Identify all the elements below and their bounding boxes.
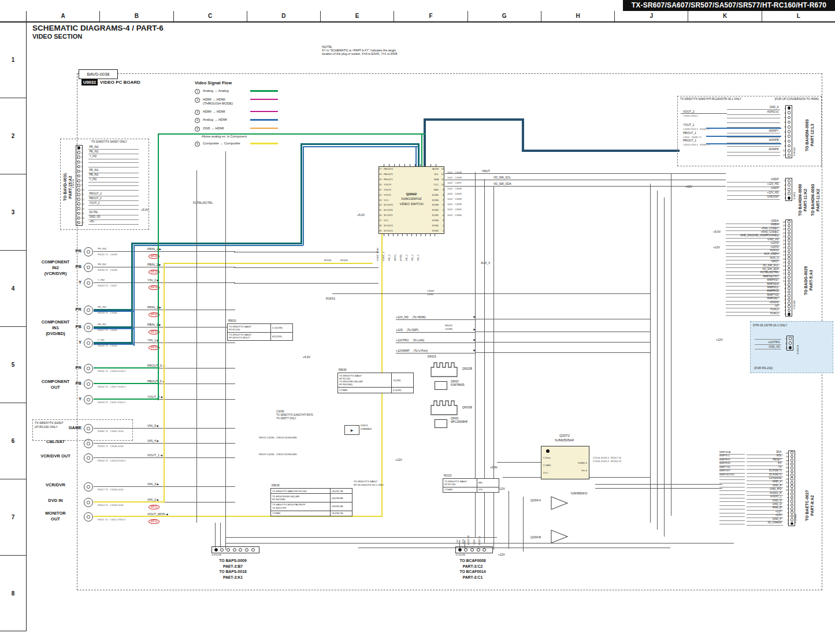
ic-pin: MUTE13 <box>422 167 444 172</box>
legend-note: Above analog ex. is Component <box>202 135 305 138</box>
connector-destination: TO BAETC-0027 PART-8:A2 <box>804 472 815 539</box>
table-row: TX-SR607/TX-SA607 HT-RC160 2.2(1/2W) <box>228 324 292 333</box>
table-row: TX-SR607/TX-SA607 HT-RC160 880 <box>443 479 499 487</box>
pin-number: 12 <box>81 198 87 201</box>
pin-circle <box>789 507 795 511</box>
rca-jack-icon <box>84 263 93 272</box>
wire <box>476 342 650 343</box>
pin-circle <box>786 254 792 257</box>
composite-route <box>164 263 165 502</box>
pin-circle <box>76 165 81 169</box>
row-number: 4 <box>0 250 26 326</box>
ic-pin: SCL12 <box>422 172 444 177</box>
p2080a-connector: MMPSDA SDA 20 MMPSCL SCL 19 MMPRST RESET… <box>719 451 795 526</box>
pin-number: 3 <box>780 116 786 119</box>
pin-circle <box>789 451 795 455</box>
legend-num: 2 <box>195 98 200 103</box>
floating-label: +12V <box>713 245 720 250</box>
variant-table-r9030: R9030 TX-SR607/TX-SA607 HT-RC160 TX-SR50… <box>337 373 414 393</box>
wire <box>358 548 670 548</box>
pin-circle <box>786 298 792 301</box>
rca-jack-row: Y Y_IN2 R3029 75 · C3047 YIN_2 ▶ WF24 <box>61 274 235 292</box>
pin-circle <box>76 179 81 183</box>
pin-circle <box>786 220 792 224</box>
pin-circle <box>789 489 795 492</box>
pin-number: 10 <box>783 489 789 492</box>
pin-number: 3 <box>780 306 786 308</box>
row-number: 3 <box>0 174 26 250</box>
hdmi-purpose-note: (FOR UP-CONVERSION TO HDMI) <box>774 98 819 100</box>
pin-number: 22 <box>780 235 786 238</box>
pin-number: 1 <box>81 147 87 150</box>
legend-label: OSD → HDMI <box>203 126 250 131</box>
pin-number: 13 <box>780 269 786 271</box>
rca-jack-icon <box>84 323 93 332</box>
pin-circle <box>788 341 793 345</box>
model-title-bar: TX-SR607/SA607/SR507/SA507/SR577/HT-RC16… <box>623 0 835 11</box>
pin-row: PROUT_2 11 <box>76 192 139 197</box>
wire <box>234 252 378 252</box>
pin-name: +12VTRG <box>755 341 781 345</box>
jack-inner-signal: PR_IN2 <box>98 247 106 250</box>
pin-circle <box>788 346 793 349</box>
connector-ref: JL5502B <box>455 553 465 556</box>
pin-name <box>727 154 780 156</box>
table-row: TX-SR607/TX-SA607/HT-RC160 UDZS7.5B <box>271 489 352 494</box>
pin-number: 13 <box>81 203 87 206</box>
hdmi-signal: PBOUT_1 <box>683 131 696 135</box>
pin-number: 18 <box>783 459 789 462</box>
rca-jack-icon <box>84 379 93 389</box>
pin-circle <box>786 312 792 316</box>
pin-row: 5 <box>727 125 792 129</box>
jack-inner-signal: PB_IN1 <box>98 323 106 326</box>
jack-signal-label: PRIN_1 ▶ <box>147 306 161 309</box>
legend-item: 1 Analog → Analog <box>195 89 305 94</box>
rca-jack-icon <box>84 453 93 463</box>
floating-label: VMUT <box>482 169 490 173</box>
table-value: 15(2W) <box>392 373 413 387</box>
jack-part-refs: R3031 75 · C3049 <box>98 253 117 256</box>
pin-row: ADINCV2 2 <box>727 110 792 115</box>
ic-pin: VCC10 <box>422 183 444 188</box>
pin-circle <box>786 283 792 286</box>
pin-circle <box>786 294 792 297</box>
wire <box>509 491 509 549</box>
pin-name: Y_IN1 <box>88 178 139 183</box>
table-value: 2.2(1/2W) <box>271 324 292 332</box>
pin-circle <box>789 518 795 522</box>
pin-circle <box>786 305 792 308</box>
pin-circle <box>786 232 792 235</box>
jack-part-refs: R3011 75 · C3021 470/6.3 <box>98 518 125 521</box>
pin-row: Y_IN2 3 <box>76 155 139 159</box>
pin-row: Y_IN1 8 <box>76 178 139 183</box>
pin-circle <box>786 140 792 143</box>
pin-number: 3 <box>783 515 789 518</box>
power-rail-row: +12VMMP (To U-Port) ▶ <box>396 349 476 353</box>
capacitor-ref: 105Z · C3099 <box>447 171 462 176</box>
jack-signal-label: VIN_4 ▶ <box>147 439 159 442</box>
pin-left-name <box>719 523 745 524</box>
pin-name: PB_IN2 <box>88 151 139 155</box>
pin-number: 5 <box>780 179 786 182</box>
pin-circle <box>789 522 795 526</box>
table-row: TX-SR607/TX-SA607 HT-RC160 TX-SR507MO,MQ… <box>338 373 413 388</box>
connector-ref: P2001B <box>793 292 796 309</box>
capacitor-ref: 105Z · C3095 <box>447 192 462 198</box>
signal-label: MULT_R <box>467 523 470 545</box>
pin-number: 16 <box>780 258 786 260</box>
pin-number: 11 <box>780 276 786 279</box>
legend-item: 2 HDMI → HDMI (THROUGH MODE) <box>195 98 305 107</box>
jack-part-refs: R3023 75 · C3040 10/50 <box>98 445 124 448</box>
floating-label: R9012 1/(2W) · D9014 KDS4148U <box>259 436 297 440</box>
jl5502b-signals: -12V+12VMULT_RGNDMULT_L <box>456 523 481 545</box>
jack-port-label: PB <box>63 324 81 329</box>
table-model: OTHER <box>271 511 331 516</box>
pin-circle <box>786 183 792 187</box>
connector-ref: P2801A <box>793 133 796 156</box>
pin-number: 10 <box>780 149 786 152</box>
pin-circle <box>786 246 792 250</box>
pin-number: 2 <box>780 309 786 312</box>
table-row: TX-SA507/TX-SR507PA,PB,PP TX-SR577PP UDZ… <box>271 502 352 511</box>
pin-number: 8 <box>780 140 786 143</box>
ic-title: Q3002 NJW1326FH2 VIDEO SWITCH <box>391 191 432 206</box>
